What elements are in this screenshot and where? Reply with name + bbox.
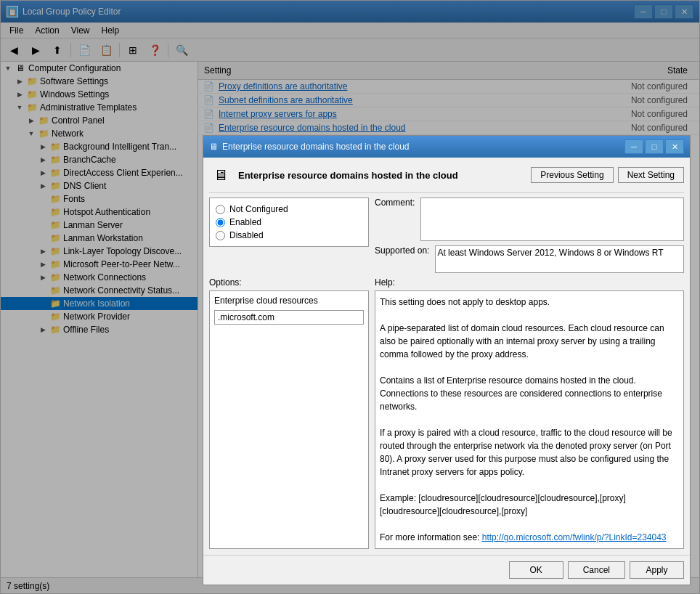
options-content: Enterprise cloud resources — [209, 290, 369, 549]
radio-group: Not Configured Enabled Disabled — [209, 198, 369, 247]
modal-nav-buttons: Previous Setting Next Setting — [531, 167, 684, 183]
cancel-button[interactable]: Cancel — [568, 561, 625, 579]
previous-setting-button[interactable]: Previous Setting — [531, 167, 613, 183]
help-label: Help: — [375, 277, 684, 288]
comment-label: Comment: — [375, 198, 418, 208]
help-para-2: A pipe-separated list of domain cloud re… — [380, 322, 679, 361]
modal-header-row: 🖥 Enterprise resource domains hosted in … — [209, 163, 684, 193]
help-para-4: If a proxy is paired with a cloud resour… — [380, 426, 679, 479]
radio-disabled-label: Disabled — [229, 230, 264, 240]
help-content: This setting does not apply to desktop a… — [375, 290, 684, 549]
modal-main-content: Not Configured Enabled Disabled — [209, 198, 684, 273]
radio-not-configured-input[interactable] — [216, 205, 225, 214]
radio-enabled[interactable]: Enabled — [216, 217, 362, 227]
modal-window: 🖥 Enterprise resource domains hosted in … — [203, 135, 691, 585]
options-section: Options: Enterprise cloud resources — [209, 277, 369, 549]
radio-enabled-input[interactable] — [216, 218, 225, 227]
modal-maximize-button[interactable]: □ — [645, 139, 664, 154]
options-help-row: Options: Enterprise cloud resources Help… — [209, 277, 684, 549]
supported-label: Supported on: — [375, 245, 432, 256]
help-link[interactable]: http://go.microsoft.com/fwlink/p/?LinkId… — [482, 532, 667, 542]
next-setting-button[interactable]: Next Setting — [618, 167, 684, 183]
modal-title-controls: ─ □ ✕ — [624, 139, 684, 154]
modal-title-text: Enterprise resource domains hosted in th… — [222, 142, 409, 152]
modal-minimize-button[interactable]: ─ — [624, 139, 643, 154]
modal-title-left: 🖥 Enterprise resource domains hosted in … — [209, 142, 409, 152]
modal-right-col: Comment: Supported on: At least Windows … — [375, 198, 684, 273]
options-label: Options: — [209, 277, 369, 288]
main-window: 📋 Local Group Policy Editor ─ □ ✕ File A… — [0, 0, 700, 594]
comment-row: Comment: — [375, 198, 684, 241]
modal-footer: OK Cancel Apply — [203, 555, 690, 585]
help-section: Help: This setting does not apply to des… — [375, 277, 684, 549]
comment-textarea[interactable] — [420, 198, 684, 241]
modal-body: 🖥 Enterprise resource domains hosted in … — [203, 158, 690, 555]
modal-close-button[interactable]: ✕ — [665, 139, 684, 154]
radio-disabled-input[interactable] — [216, 231, 225, 240]
modal-title-bar: 🖥 Enterprise resource domains hosted in … — [203, 136, 690, 158]
radio-disabled[interactable]: Disabled — [216, 230, 362, 240]
supported-row: Supported on: At least Windows Server 20… — [375, 245, 684, 273]
modal-header-icon: 🖥 — [209, 163, 232, 187]
help-para-5: Example: [cloudresource][cloudresource][… — [380, 492, 679, 518]
apply-button[interactable]: Apply — [630, 561, 684, 579]
ok-button[interactable]: OK — [509, 561, 563, 579]
radio-not-configured-label: Not Configured — [229, 204, 288, 214]
enterprise-cloud-label: Enterprise cloud resources — [214, 296, 364, 306]
help-para-1: This setting does not apply to desktop a… — [380, 296, 679, 309]
modal-overlay: 🖥 Enterprise resource domains hosted in … — [1, 1, 699, 593]
modal-left-col: Not Configured Enabled Disabled — [209, 198, 369, 273]
modal-header-title: Enterprise resource domains hosted in th… — [238, 170, 458, 181]
help-para-3: Contains a list of Enterprise resource d… — [380, 374, 679, 413]
enterprise-cloud-input[interactable] — [214, 310, 364, 325]
modal-title-icon: 🖥 — [209, 142, 218, 152]
supported-value: At least Windows Server 2012, Windows 8 … — [435, 245, 684, 273]
radio-enabled-label: Enabled — [229, 217, 261, 227]
radio-not-configured[interactable]: Not Configured — [216, 204, 362, 214]
help-para-6: For more information see: http://go.micr… — [380, 531, 679, 544]
